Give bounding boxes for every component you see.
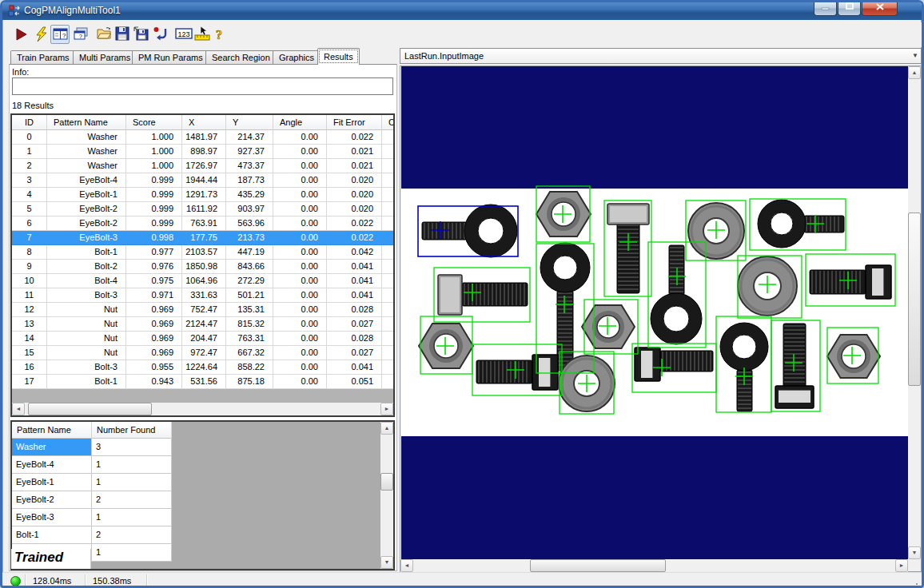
cell: 0.00	[273, 217, 327, 231]
results-table[interactable]: IDPattern NameScoreXYAngleFit ErrorC 0Wa…	[10, 113, 395, 417]
cell: 5	[12, 202, 47, 217]
info-label: Info:	[12, 67, 29, 77]
result-row-7[interactable]: 7EyeBolt-30.998177.75213.730.000.022	[12, 231, 393, 245]
result-row-0[interactable]: 0Washer1.0001481.97214.370.000.022	[12, 130, 393, 145]
summary-row-eyebolt-4[interactable]: EyeBolt-41	[12, 456, 172, 474]
cell	[382, 346, 395, 360]
result-row-11[interactable]: 11Bolt-30.971331.63501.210.000.041	[12, 288, 393, 303]
column-header-X[interactable]: X	[182, 115, 226, 130]
cell: 3	[12, 173, 47, 188]
image-display-toggle-button[interactable]: ?	[50, 25, 70, 44]
cell	[382, 130, 395, 145]
help-icon: ?	[214, 31, 227, 45]
column-header-ID[interactable]: ID	[12, 115, 47, 130]
pattern-summary-table[interactable]: Pattern NameNumber Found Washer3EyeBolt-…	[10, 420, 395, 570]
column-header-Pattern Name[interactable]: Pattern Name	[47, 115, 126, 130]
pixel-grid-button[interactable]	[192, 25, 211, 44]
column-header-Y[interactable]: Y	[226, 115, 273, 130]
result-row-14[interactable]: 14Nut0.969204.47763.310.000.028	[12, 332, 393, 346]
cell: 0.977	[126, 245, 182, 260]
tab-multi-params[interactable]: Multi Params	[73, 50, 137, 65]
column-header-Score[interactable]: Score	[126, 115, 182, 130]
tab-search-region[interactable]: Search Region	[205, 50, 277, 65]
column-header-C[interactable]: C	[382, 115, 395, 130]
cell: 0	[12, 130, 47, 145]
cell: 0.998	[126, 231, 182, 245]
numeric-display-button[interactable]: 123	[173, 25, 193, 44]
scroll-left-arrow[interactable]: ◄	[400, 559, 413, 572]
result-row-12[interactable]: 12Nut0.969752.47135.310.000.028	[12, 303, 393, 317]
cell: 0.975	[126, 274, 182, 288]
cell: 0.00	[273, 188, 327, 202]
scrollbar-thumb[interactable]	[908, 213, 921, 386]
run-once-button[interactable]	[32, 25, 51, 44]
summary-column-header[interactable]: Pattern Name	[12, 422, 92, 439]
scroll-down-arrow[interactable]: ▼	[380, 556, 393, 569]
open-file-button[interactable]	[94, 25, 114, 44]
cell: 0.028	[327, 303, 382, 317]
cell: Washer	[12, 439, 92, 456]
save-image-button[interactable]	[132, 25, 151, 44]
result-row-5[interactable]: 5EyeBolt-20.9991611.92903.970.000.020	[12, 202, 393, 217]
cell: 501.21	[226, 288, 273, 303]
cell: 0.999	[126, 188, 182, 202]
title-bar: CogPMAlignMultiTool1	[2, 2, 922, 20]
reset-button[interactable]	[151, 25, 170, 44]
scroll-down-arrow[interactable]: ▼	[908, 546, 921, 559]
tab-pm-run-params[interactable]: PM Run Params	[132, 50, 209, 65]
scroll-up-arrow[interactable]: ▲	[380, 422, 393, 435]
summary-row-eyebolt-1[interactable]: EyeBolt-11	[12, 474, 172, 491]
summary-row-bolt-1[interactable]: Bolt-12	[12, 526, 172, 544]
results-horizontal-scrollbar[interactable]: ◄ ►	[12, 403, 393, 415]
run-button[interactable]	[12, 25, 31, 44]
image-source-dropdown[interactable]: LastRun.InputImage ▼	[400, 48, 922, 64]
result-row-1[interactable]: 1Washer1.000898.97927.370.000.021	[12, 145, 393, 159]
tab-results[interactable]: Results	[317, 48, 360, 65]
summary-column-header[interactable]: Number Found	[92, 422, 172, 439]
result-row-13[interactable]: 13Nut0.9692124.47815.320.000.027	[12, 317, 393, 332]
cell: 7	[12, 231, 47, 245]
minimize-button[interactable]	[814, 2, 837, 16]
save-button[interactable]	[114, 25, 133, 44]
image-vertical-scrollbar[interactable]: ▲ ▼	[908, 66, 921, 559]
scroll-right-arrow[interactable]: ►	[895, 559, 908, 572]
column-header-Angle[interactable]: Angle	[273, 115, 327, 130]
result-row-10[interactable]: 10Bolt-40.9751064.96272.290.000.041	[12, 274, 393, 288]
help-button[interactable]: ?	[213, 25, 232, 44]
result-row-2[interactable]: 2Washer1.0001726.97473.370.000.021	[12, 159, 393, 173]
result-row-8[interactable]: 8Bolt-10.9772103.57447.190.000.042	[12, 245, 393, 260]
summary-row-washer[interactable]: Washer3	[12, 439, 172, 456]
info-input[interactable]	[12, 77, 393, 95]
result-row-9[interactable]: 9Bolt-20.9761850.98843.660.000.041	[12, 260, 393, 274]
result-row-17[interactable]: 17Bolt-10.943531.56875.180.000.051	[12, 375, 393, 389]
scrollbar-thumb[interactable]	[380, 473, 393, 491]
results-table-header: IDPattern NameScoreXYAngleFit ErrorC	[12, 115, 393, 130]
cell: Washer	[47, 145, 126, 159]
maximize-button[interactable]	[838, 2, 861, 16]
tab-train-params[interactable]: Train Params	[10, 50, 76, 65]
summary-row-eyebolt-2[interactable]: EyeBolt-22	[12, 491, 172, 509]
float-window-button[interactable]: ?	[71, 25, 90, 44]
result-row-16[interactable]: 16Bolt-30.9551224.64858.220.000.041	[12, 360, 393, 375]
resize-grip[interactable]	[910, 578, 918, 588]
cell: 0.021	[327, 159, 382, 173]
result-row-6[interactable]: 6EyeBolt-20.999763.91563.960.000.022	[12, 217, 393, 231]
scroll-left-arrow[interactable]: ◄	[12, 403, 25, 415]
result-row-15[interactable]: 15Nut0.969972.47667.320.000.027	[12, 346, 393, 360]
summary-row-eyebolt-3[interactable]: EyeBolt-31	[12, 509, 172, 526]
scroll-right-arrow[interactable]: ►	[380, 403, 393, 415]
scroll-up-arrow[interactable]: ▲	[908, 66, 921, 79]
result-row-3[interactable]: 3EyeBolt-40.9991944.44187.730.000.020	[12, 173, 393, 188]
cell: 531.56	[182, 375, 226, 389]
scrollbar-thumb[interactable]	[530, 559, 666, 572]
cell: 0.00	[273, 288, 327, 303]
cell: 10	[12, 274, 47, 288]
column-header-Fit Error[interactable]: Fit Error	[327, 115, 382, 130]
close-button[interactable]	[862, 2, 898, 16]
scrollbar-thumb[interactable]	[28, 403, 152, 415]
result-row-4[interactable]: 4EyeBolt-10.9991291.73435.290.000.020	[12, 188, 393, 202]
tab-graphics[interactable]: Graphics	[273, 50, 321, 65]
image-display-viewport[interactable]	[401, 66, 908, 559]
image-horizontal-scrollbar[interactable]: ◄ ►	[400, 559, 908, 572]
summary-vertical-scrollbar[interactable]: ▲ ▼	[380, 422, 393, 569]
